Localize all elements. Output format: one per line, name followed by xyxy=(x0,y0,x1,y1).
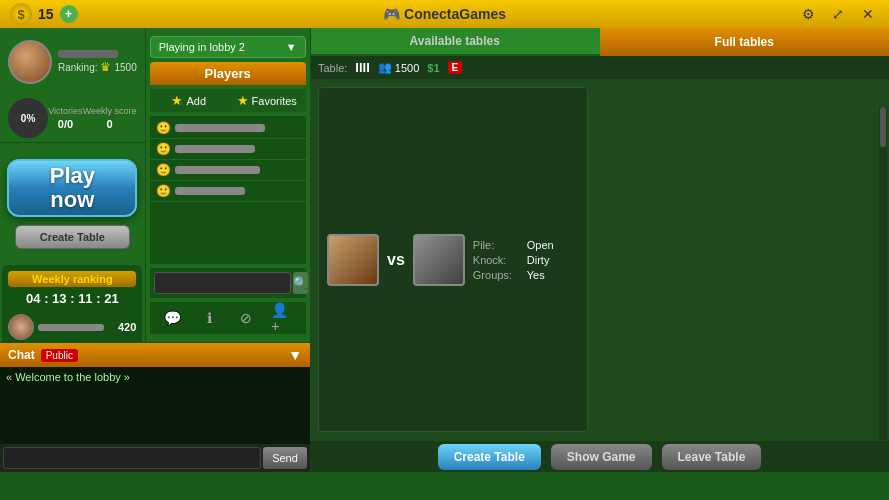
victories-stat: Victories 0/0 xyxy=(48,106,82,130)
username xyxy=(58,50,118,58)
chat-message: « Welcome to the lobby » xyxy=(6,371,304,383)
add-star-icon: ★ xyxy=(171,93,183,108)
rank-name-1 xyxy=(38,324,104,331)
table-content: vs Pile: Open Knock: Dirty Groups: Yes xyxy=(310,79,889,440)
resize-icon[interactable]: ⤢ xyxy=(827,3,849,25)
left-panel: Ranking: ♛ 1500 0% Victories xyxy=(0,28,146,342)
search-button[interactable]: 🔍 xyxy=(293,272,308,294)
bottom-bar: Create Table Show Game Leave Table xyxy=(310,440,889,472)
table-card[interactable]: vs Pile: Open Knock: Dirty Groups: Yes xyxy=(318,87,588,432)
rank-avatar-1 xyxy=(8,314,34,340)
player-action-buttons: 💬 ℹ ⊘ 👤+ xyxy=(150,302,306,334)
top-bar: $ 15 + 🎮 ConectaGames ⚙ ⤢ ✕ xyxy=(0,0,889,28)
lobby-selector[interactable]: Playing in lobby 2 ▼ xyxy=(150,36,306,58)
chat-icon[interactable]: 💬 xyxy=(160,306,184,330)
logo-text: ConectaGames xyxy=(404,6,506,22)
rank-value: 1500 xyxy=(114,62,136,73)
table-details: Pile: Open Knock: Dirty Groups: Yes xyxy=(473,239,554,281)
player-item[interactable]: 🙂 xyxy=(150,160,306,181)
stats-row: 0% Victories 0/0 Weekly score 0 xyxy=(0,94,145,143)
pile-label: Pile: xyxy=(473,239,523,251)
chat-input-row: Send xyxy=(0,444,310,472)
favorites-button[interactable]: ★ Favorites xyxy=(228,89,306,112)
chat-header: Chat Public ▼ xyxy=(0,343,310,367)
groups-value: Yes xyxy=(527,269,545,281)
rank-icon: ♛ xyxy=(100,60,111,74)
table-bet: $1 xyxy=(427,62,439,74)
middle-panel: Playing in lobby 2 ▼ Players ★ Add ★ Fav… xyxy=(146,28,311,342)
leave-table-button[interactable]: Leave Table xyxy=(662,444,762,470)
show-game-button[interactable]: Show Game xyxy=(551,444,652,470)
top-bar-right: ⚙ ⤢ ✕ xyxy=(797,3,879,25)
progress-stat: 0% xyxy=(8,98,48,138)
coin-count: 15 xyxy=(38,6,54,22)
chat-body: « Welcome to the lobby » xyxy=(0,367,310,444)
player-search-input[interactable] xyxy=(154,272,291,294)
table-label: Table: xyxy=(318,62,347,74)
player-item[interactable]: 🙂 xyxy=(150,181,306,202)
profile-section: Ranking: ♛ 1500 xyxy=(0,36,145,88)
avatar xyxy=(8,40,52,84)
main-layout: Ranking: ♛ 1500 0% Victories xyxy=(0,28,889,472)
table-scrollbar[interactable] xyxy=(879,107,887,440)
weekly-score-stat: Weekly score 0 xyxy=(83,106,137,130)
info-icon[interactable]: ℹ xyxy=(197,306,221,330)
create-table-button-bottom[interactable]: Create Table xyxy=(438,444,541,470)
table-id: IIII xyxy=(355,60,369,75)
chat-section: Chat Public ▼ « Welcome to the lobby » S… xyxy=(0,342,310,472)
victories-label: Victories xyxy=(48,106,82,116)
gear-icon[interactable]: ⚙ xyxy=(797,3,819,25)
victories-value: 0/0 xyxy=(58,118,73,130)
add-coin-button[interactable]: + xyxy=(60,5,78,23)
weekly-score-value: 0 xyxy=(107,118,113,130)
left-top: Ranking: ♛ 1500 0% Victories xyxy=(0,28,310,342)
left-column: Ranking: ♛ 1500 0% Victories xyxy=(0,28,310,472)
rank-entry-1: 420 xyxy=(8,312,136,342)
player2-avatar xyxy=(413,234,465,286)
weekly-score-label: Weekly score xyxy=(83,106,137,116)
fav-star-icon: ★ xyxy=(237,93,249,108)
scrollbar-thumb xyxy=(880,107,886,147)
chat-panel: Chat Public ▼ « Welcome to the lobby » S… xyxy=(0,342,310,472)
right-main: Available tables Full tables Table: IIII… xyxy=(310,28,889,472)
add-player-button[interactable]: ★ Add xyxy=(150,89,228,112)
ranking-people-icon: 👥 xyxy=(378,61,392,74)
knock-value: Dirty xyxy=(527,254,550,266)
ranking-label: Ranking: xyxy=(58,62,97,73)
logo-icon: 🎮 xyxy=(383,6,400,22)
weekly-timer: 04 : 13 : 11 : 21 xyxy=(8,291,136,306)
progress-circle: 0% xyxy=(8,98,48,138)
player-item[interactable]: 🙂 xyxy=(150,118,306,139)
pile-row: Pile: Open xyxy=(473,239,554,251)
player1-avatar xyxy=(327,234,379,286)
full-tables-tab[interactable]: Full tables xyxy=(600,28,890,56)
players-actions: ★ Add ★ Favorites xyxy=(150,89,306,112)
chat-input[interactable] xyxy=(3,447,261,469)
available-tables-tab[interactable]: Available tables xyxy=(310,28,600,56)
progress-text: 0% xyxy=(21,113,35,124)
create-table-button-left[interactable]: Create Table xyxy=(15,225,130,249)
groups-label: Groups: xyxy=(473,269,523,281)
search-row: 🔍 xyxy=(150,268,306,298)
close-icon[interactable]: ✕ xyxy=(857,3,879,25)
top-bar-left: $ 15 + xyxy=(10,3,78,25)
table-ranking: 👥 1500 xyxy=(378,61,419,74)
rank-score-1: 420 xyxy=(108,321,136,333)
coin-icon: $ xyxy=(10,3,32,25)
play-now-section: Play now Create Table xyxy=(2,149,142,259)
player-item[interactable]: 🙂 xyxy=(150,139,306,160)
block-icon[interactable]: ⊘ xyxy=(234,306,258,330)
table-info-bar: Table: IIII 👥 1500 $1 E xyxy=(310,56,889,79)
public-badge: Public xyxy=(41,349,78,362)
chat-send-button[interactable]: Send xyxy=(263,447,307,469)
tables-tabs: Available tables Full tables xyxy=(310,28,889,56)
table-e-badge: E xyxy=(448,61,463,74)
add-friend-icon[interactable]: 👤+ xyxy=(271,306,295,330)
pile-value: Open xyxy=(527,239,554,251)
players-header: Players xyxy=(150,62,306,85)
play-now-button[interactable]: Play now xyxy=(7,159,137,217)
chat-toggle-button[interactable]: ▼ xyxy=(288,347,302,363)
knock-row: Knock: Dirty xyxy=(473,254,554,266)
groups-row: Groups: Yes xyxy=(473,269,554,281)
players-list: 🙂 🙂 🙂 🙂 xyxy=(150,116,306,264)
